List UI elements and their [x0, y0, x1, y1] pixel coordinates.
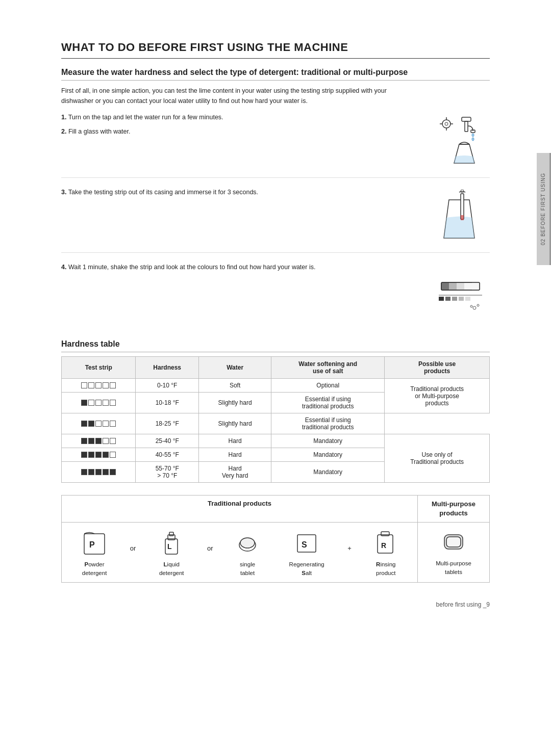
- cell-hardness: 10-18 °F: [136, 393, 199, 413]
- cell-hardness: 40-55 °F: [136, 448, 199, 462]
- cell-salt: Optional: [271, 379, 385, 393]
- step-3-label: Take the testing strip out of its casing…: [68, 189, 258, 196]
- intro-text: First of all, in one simple action, you …: [61, 86, 388, 106]
- tablet-label: singletablet: [240, 560, 255, 577]
- th-water: Water: [199, 357, 271, 379]
- svg-point-4: [472, 138, 474, 141]
- traditional-products-body: P Powderdetergent or: [62, 523, 418, 582]
- svg-rect-18: [457, 282, 464, 290]
- svg-rect-26: [459, 297, 464, 301]
- footer: before first using _9: [61, 598, 490, 608]
- step-text-area-1-2: 1. Turn on the tap and let the water run…: [61, 112, 429, 137]
- main-title: WHAT TO DO BEFORE FIRST USING THE MACHIN…: [61, 41, 490, 59]
- multi-products-body: Multi-purposetablets: [418, 524, 489, 581]
- svg-point-38: [240, 538, 255, 548]
- tablet-icon: [236, 530, 259, 558]
- powder-icon: P: [82, 530, 107, 558]
- table-row: 0-10 °FSoftOptionalTraditional productso…: [62, 379, 490, 393]
- step-2-label: Fill a glass with water.: [68, 128, 131, 135]
- products-section: Traditional products Multi-purposeproduc…: [61, 495, 490, 583]
- step-1-text: 1. Turn on the tap and let the water run…: [61, 112, 418, 122]
- cell-salt: Mandatory: [271, 462, 385, 483]
- step-2-text: 2. Fill a glass with water.: [61, 126, 418, 137]
- cell-water: Soft: [199, 379, 271, 393]
- svg-rect-25: [452, 297, 457, 301]
- cell-products-1: Traditional productsor Multi-purposeprod…: [385, 379, 490, 413]
- svg-rect-42: [381, 532, 389, 536]
- svg-point-6: [442, 120, 450, 128]
- cell-hardness: 25-40 °F: [136, 434, 199, 448]
- step-4-image: [429, 262, 490, 318]
- cell-hardness: 55-70 °F> 70 °F: [136, 462, 199, 483]
- svg-rect-35: [169, 532, 173, 536]
- step-4-num: 4.: [61, 264, 66, 271]
- step-row-1-2: 1. Turn on the tap and let the water run…: [61, 112, 490, 178]
- cell-strip: [62, 434, 136, 448]
- rinsing-label: Rinsingproduct: [376, 560, 395, 577]
- op-or-1: or: [130, 544, 136, 562]
- cell-salt: Essential if usingtraditional products: [271, 393, 385, 413]
- svg-text:S: S: [302, 540, 307, 549]
- step-1-num: 1.: [61, 114, 66, 121]
- svg-rect-20: [472, 282, 480, 290]
- step-1-label: Turn on the tap and let the water run fo…: [68, 114, 223, 121]
- cell-strip: [62, 379, 136, 393]
- product-rinsing: R Rinsingproduct: [374, 530, 397, 577]
- step-2-num: 2.: [61, 128, 66, 135]
- svg-point-7: [445, 122, 448, 125]
- step-1-2-image: [429, 112, 490, 168]
- products-body-row: P Powderdetergent or: [62, 523, 489, 582]
- hardness-table-title: Hardness table: [61, 340, 490, 352]
- svg-rect-16: [441, 282, 449, 290]
- svg-point-30: [470, 305, 472, 307]
- th-products: Possible useproducts: [385, 357, 490, 379]
- svg-rect-2: [471, 130, 475, 133]
- cell-water: Hard: [199, 434, 271, 448]
- cell-salt: Mandatory: [271, 448, 385, 462]
- th-hardness: Hardness: [136, 357, 199, 379]
- step-4-text: 4. Wait 1 minute, shake the strip and lo…: [61, 262, 418, 272]
- svg-point-29: [477, 304, 479, 306]
- powder-label: Powderdetergent: [82, 560, 107, 577]
- product-salt: S RegeneratingSalt: [289, 530, 324, 577]
- traditional-header: Traditional products: [62, 496, 418, 522]
- cell-salt: Mandatory: [271, 434, 385, 448]
- cell-strip: [62, 413, 136, 434]
- cell-hardness: 0-10 °F: [136, 379, 199, 393]
- step-text-area-3: 3. Take the testing strip out of its cas…: [61, 187, 429, 197]
- svg-rect-45: [446, 537, 461, 547]
- sub-title: Measure the water hardness and select th…: [61, 68, 490, 81]
- multi-header: Multi-purposeproducts: [418, 496, 489, 522]
- salt-label: RegeneratingSalt: [289, 560, 324, 577]
- cell-products-2: Use only ofTraditional products: [385, 434, 490, 483]
- cell-water: Slightly hard: [199, 393, 271, 413]
- product-tablet: singletablet: [236, 530, 259, 577]
- svg-rect-1: [465, 121, 468, 132]
- step-row-4: 4. Wait 1 minute, shake the strip and lo…: [61, 262, 490, 327]
- step-4-label: Wait 1 minute, shake the strip and look …: [68, 264, 316, 271]
- rinsing-icon: R: [374, 530, 397, 558]
- step-text-area-4: 4. Wait 1 minute, shake the strip and lo…: [61, 262, 429, 272]
- cell-strip: [62, 393, 136, 413]
- cell-hardness: 18-25 °F: [136, 413, 199, 434]
- svg-point-3: [472, 134, 474, 137]
- cell-water: Slightly hard: [199, 413, 271, 434]
- hardness-section: Hardness table Test strip Hardness Water…: [61, 340, 490, 583]
- svg-point-28: [473, 306, 476, 309]
- svg-rect-23: [439, 297, 444, 301]
- step-row-3: 3. Take the testing strip out of its cas…: [61, 187, 490, 253]
- op-or-2: or: [207, 544, 213, 562]
- product-powder: P Powderdetergent: [82, 530, 107, 577]
- op-plus: +: [347, 544, 352, 562]
- liquid-label: Liquiddetergent: [159, 560, 184, 577]
- page-content: WHAT TO DO BEFORE FIRST USING THE MACHIN…: [20, 0, 531, 639]
- products-header-row: Traditional products Multi-purposeproduc…: [62, 496, 489, 523]
- svg-rect-17: [449, 282, 457, 290]
- table-row: 18-25 °FSlightly hardEssential if usingt…: [62, 413, 490, 434]
- svg-rect-19: [464, 282, 472, 290]
- svg-rect-24: [445, 297, 450, 301]
- cell-strip: [62, 448, 136, 462]
- step-3-text: 3. Take the testing strip out of its cas…: [61, 187, 418, 197]
- step-3-num: 3.: [61, 189, 66, 196]
- svg-text:P: P: [89, 540, 95, 549]
